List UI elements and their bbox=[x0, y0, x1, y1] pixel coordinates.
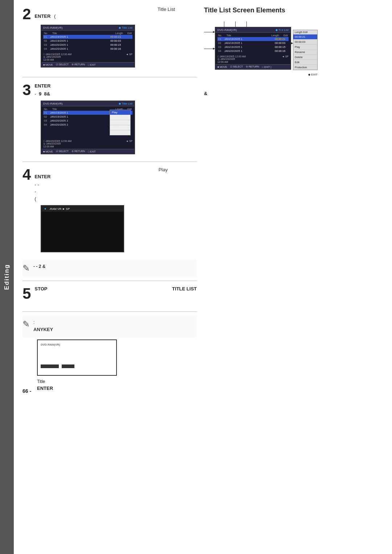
step5-num: 5 bbox=[23, 286, 31, 301]
note5-colon: : bbox=[33, 320, 34, 325]
dvd-screen-step2: DVD-RAM(VR) ◆ Title List No.TitleLengthE… bbox=[41, 25, 135, 68]
dvd-el-row-2: 02 JAN/19/2005 1 00:00:03 bbox=[217, 41, 289, 45]
step2-num: 2 bbox=[23, 7, 31, 22]
sidebar: Editing bbox=[0, 0, 14, 554]
dvd-col-headers: No.TitleLengthEdit bbox=[43, 32, 132, 35]
step4-num: 4 bbox=[23, 167, 31, 182]
note-step5: ✎ : ANYKEY bbox=[23, 315, 197, 337]
screen-with-lines: ▶ ▶ DVD-RAM(VR) ◆ Ti e List bbox=[204, 21, 318, 76]
step5-stop: STOP bbox=[34, 286, 47, 292]
context-menu-3: Play Rename Delete Edit Protection bbox=[110, 110, 131, 135]
prog-bar-1 bbox=[41, 364, 59, 368]
dvd-screen-elements: DVD-RAM(VR) ◆ Ti e List No.TitleLengthEd… bbox=[215, 27, 291, 70]
step3-right-note: & bbox=[204, 91, 383, 96]
screen-elements-diagram: ▶ ▶ DVD-RAM(VR) ◆ Ti e List bbox=[204, 21, 383, 76]
dvd-table-2: No.TitleLengthEdit 01 JAN/19/2005 1 00:0… bbox=[41, 30, 134, 52]
note-icon-4: ✎ bbox=[23, 263, 30, 273]
panel-rename: Rename bbox=[293, 50, 317, 55]
note-icon-5: ✎ bbox=[23, 319, 30, 329]
dvd-el-footer: ■ MOVE ☑ SELECT ⑤ RETURN □ EXIT | bbox=[216, 64, 290, 69]
vline-2 bbox=[235, 21, 236, 27]
menu-rename: Rename bbox=[110, 115, 130, 120]
arrow-2: ▶ bbox=[204, 47, 215, 50]
playback-body bbox=[41, 212, 123, 252]
page-number: 66 - bbox=[23, 388, 31, 394]
panel-00-03: 00:00:03 bbox=[293, 40, 317, 45]
dvd-row-3: 03 JAN/20/2005 1 00:00:15 bbox=[43, 43, 132, 47]
section-5: 5 STOP TITLE LIST bbox=[23, 285, 197, 308]
dvd-info-2: □ JAN/19/2005 12:00 AM ◎ JAN/19/2005 12:… bbox=[41, 52, 134, 62]
dvd-el-row-3: 03 JAN/19/2005 1 00:00:15 bbox=[217, 45, 289, 49]
main-content: 2 Title List ENTER ( DVD-RAM(VR) bbox=[14, 0, 392, 398]
left-arrows: ▶ ▶ bbox=[204, 30, 215, 50]
sidebar-label: Editing bbox=[3, 264, 11, 290]
dvd-row-4: 04 JAN/20/2005 1 00:00:16 bbox=[43, 47, 132, 51]
panel-delete: Delete bbox=[293, 55, 317, 60]
menu-protection: Protection bbox=[110, 130, 130, 135]
step4-instruction: ENTER bbox=[34, 173, 197, 180]
dvd-header-3: DVD-RAM(VR) ◆ Title List bbox=[41, 101, 134, 106]
stop-screen-header: DVD-RAM(VR) bbox=[41, 343, 113, 346]
vline-3 bbox=[246, 21, 247, 27]
arrow-1: ▶ bbox=[204, 30, 215, 33]
dvd-info-3: □ JAN/20/2005 12:00 AM ◎ JAN/20/2005 12:… bbox=[41, 139, 134, 149]
note-step4: ✎ - - 2 & bbox=[23, 260, 197, 277]
menu-delete: Delete bbox=[110, 120, 130, 125]
dvd-elements-header: DVD-RAM(VR) ◆ Ti e List bbox=[216, 28, 290, 33]
element-panel: Length Edit 00:00:21 00:00:03 Play Renam… bbox=[293, 30, 318, 70]
dvd-el-row-1: 01 JAN/19/2005 1 00:00:21 bbox=[217, 37, 289, 41]
menu-edit: Edit bbox=[110, 125, 130, 130]
dvd-el-row-4: 04 JAN/20/2005 1 00:00:16 bbox=[217, 49, 289, 53]
dvd-elements-table: No.TitleLengthEdit 01 JAN/19/2005 1 00:0… bbox=[216, 33, 290, 54]
step2-instruction: ENTER ( bbox=[34, 13, 197, 20]
step5-header: 5 STOP TITLE LIST bbox=[23, 286, 197, 301]
panel-header: Length Edit bbox=[293, 30, 317, 34]
panel-play: Play bbox=[293, 45, 317, 50]
step2-header: 2 Title List ENTER ( bbox=[23, 7, 197, 22]
step2-title-label: Title List bbox=[158, 7, 175, 12]
dvd-row-2: 02 JAN/19/2005 1 00:00:03 bbox=[43, 39, 132, 43]
step3-header: 3 ENTER - 9 8& bbox=[23, 82, 197, 98]
screen-with-arrows: ▶ ▶ DVD-RAM(VR) ◆ Ti e List bbox=[204, 27, 318, 76]
progress-bars bbox=[41, 364, 113, 368]
exit-label: ◆ EXIT bbox=[293, 73, 318, 76]
step3-num: 3 bbox=[23, 82, 31, 98]
step5-enter: ENTER bbox=[37, 386, 197, 391]
right-panel: Length Edit 00:00:21 00:00:03 Play Renam… bbox=[293, 30, 318, 76]
section-3: 3 ENTER - 9 8& bbox=[23, 81, 197, 158]
panel-edit: Edit bbox=[293, 60, 317, 65]
stop-screen: DVD-RAM(VR) bbox=[37, 339, 117, 376]
note-text-4: - - 2 & bbox=[33, 263, 45, 270]
note5-anykey: ANYKEY bbox=[33, 327, 53, 332]
dvd-footer-2: ■ MOVE ☑ SELECT ⑤ RETURN □ EXIT bbox=[41, 62, 134, 67]
panel-protection: Protection bbox=[293, 65, 317, 70]
step4-play-label: Play bbox=[159, 167, 168, 172]
section-2: 2 Title List ENTER ( DVD-RAM(VR) bbox=[23, 7, 197, 73]
step4-header: 4 Play ENTER - - - ( bbox=[23, 167, 197, 202]
vline-1 bbox=[224, 21, 224, 27]
right-title: Title List Screen Elements bbox=[204, 7, 383, 14]
menu-play: Play bbox=[110, 110, 130, 115]
prog-bar-2 bbox=[62, 364, 74, 368]
section-4: 4 Play ENTER - - - ( bbox=[23, 166, 197, 258]
step3-instruction: ENTER bbox=[34, 82, 197, 90]
top-lines bbox=[224, 21, 318, 27]
dvd-footer-3: ■ MOVE ☑ SELECT ⑤ RETURN □ EXIT bbox=[41, 149, 134, 154]
dvd-header-2: DVD-RAM(VR) ◆ Title List bbox=[41, 25, 134, 30]
playback-label: -RAM VR ► SP bbox=[49, 207, 70, 211]
playback-header: ● -RAM VR ► SP bbox=[41, 206, 123, 212]
step5-title-list: TITLE LIST bbox=[172, 286, 197, 292]
playback-screen: ● -RAM VR ► SP bbox=[41, 205, 124, 252]
step5-title-note: Title bbox=[37, 379, 197, 384]
dvd-row-1: 01 JAN/19/2005 1 00:00:21 bbox=[43, 35, 132, 39]
note-text-5: : ANYKEY bbox=[33, 319, 53, 334]
dvd-el-info: □ JAN/19/2005 12:00 AM ◎ JAN/19/2005 12:… bbox=[216, 54, 290, 64]
dvd-screen-step3: DVD-RAM(VR) ◆ Title List No.TitleLengthE… bbox=[41, 101, 135, 154]
panel-00-21: 00:00:21 bbox=[293, 34, 317, 40]
right-column: Title List Screen Elements bbox=[200, 7, 383, 391]
